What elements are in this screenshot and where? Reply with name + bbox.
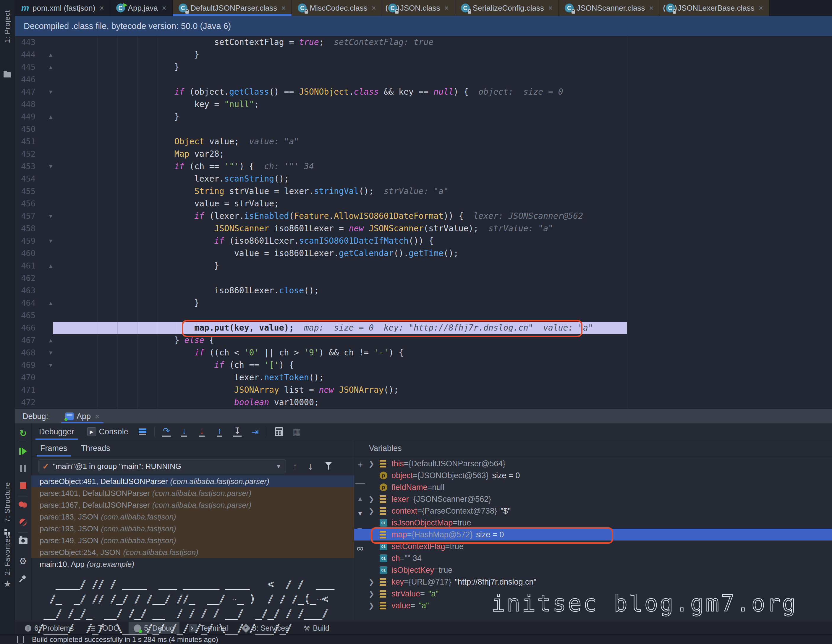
toolbar-item-5-debug[interactable]: 5: Debug <box>129 622 179 634</box>
chevron-right-icon[interactable]: ❯ <box>368 460 374 468</box>
step-over-icon[interactable]: ↷ <box>161 427 172 437</box>
frame-up-icon[interactable]: ↑ <box>293 461 298 472</box>
fold-end-icon[interactable]: ▴ <box>49 334 52 346</box>
tab-console[interactable]: ▶ Console <box>82 423 134 440</box>
fold-start-icon[interactable]: ▾ <box>49 235 52 247</box>
variable-row-map[interactable]: map = {HashMap@572}size = 0 <box>354 529 832 540</box>
stack-frame-row[interactable]: parse:193, JSON(com.alibaba.fastjson) <box>31 523 354 535</box>
toolbar-item-6-problems[interactable]: !6: Problems <box>19 622 79 634</box>
close-icon[interactable]: × <box>281 3 286 13</box>
project-tool-label: 1: Project <box>3 10 11 43</box>
chevron-right-icon[interactable]: ❯ <box>368 601 374 610</box>
fold-end-icon[interactable]: ▴ <box>49 48 52 61</box>
evaluate-expression-icon[interactable] <box>274 427 285 436</box>
close-icon[interactable]: × <box>548 3 553 13</box>
toolbar-item-todo[interactable]: TODO <box>83 622 125 634</box>
variable-row-key[interactable]: ❯key = {URL@717}"http://8fhj7r.dnslog.cn… <box>354 576 832 588</box>
run-to-cursor-icon[interactable]: ⇥ <box>250 427 261 437</box>
fold-start-icon[interactable]: ▾ <box>49 86 52 98</box>
code-editor[interactable]: 443 setContextFlag = true; setContextFla… <box>15 36 832 409</box>
chevron-right-icon[interactable]: ❯ <box>368 578 374 586</box>
pause-icon[interactable] <box>15 464 31 472</box>
variable-row-object[interactable]: pobject = {JSONObject@563}size = 0 <box>354 469 832 481</box>
stack-frame-row[interactable]: parseObject:491, DefaultJSONParser(com.a… <box>31 476 354 487</box>
rerun-icon[interactable]: ↻ <box>15 428 31 439</box>
thread-dropdown[interactable]: ✓ "main"@1 in group "main": RUNNING ▼ <box>38 459 286 473</box>
stack-frame-row[interactable]: parseObject:254, JSON(com.alibaba.fastjs… <box>31 546 354 558</box>
tab-threads[interactable]: Threads <box>76 440 115 457</box>
variable-row-this[interactable]: ❯this = {DefaultJSONParser@564} <box>354 458 832 469</box>
fold-end-icon[interactable]: ▴ <box>49 111 52 123</box>
favorites-tool-button[interactable]: 2: Favorites <box>0 535 15 575</box>
layout-settings-icon[interactable]: ▦ <box>291 427 302 437</box>
debug-settings-gear-icon[interactable]: ⚙ <box>15 556 31 566</box>
fold-start-icon[interactable]: ▾ <box>49 160 52 173</box>
line-number: 471 <box>19 384 35 396</box>
variable-row-strValue[interactable]: ❯strValue = "a" <box>354 588 832 600</box>
stack-frame-row[interactable]: parse:149, JSON(com.alibaba.fastjson) <box>31 535 354 546</box>
pin-icon[interactable] <box>15 575 31 583</box>
step-into-icon[interactable]: ↓ <box>179 427 189 437</box>
tab-frames[interactable]: Frames <box>35 440 72 457</box>
variable-row-lexer[interactable]: ❯lexer = {JSONScanner@562} <box>354 493 832 505</box>
stack-frame-row[interactable]: main:10, App(org.example) <box>31 558 354 570</box>
editor-tab-jsonscanner-class[interactable]: CJSONScanner.class× <box>559 0 660 16</box>
step-out-icon[interactable]: ↑ <box>214 427 225 437</box>
view-options-icon[interactable] <box>137 428 148 435</box>
stack-frame-row[interactable]: parse:1367, DefaultJSONParser(com.alibab… <box>31 499 354 511</box>
frame-down-icon[interactable]: ↓ <box>308 461 313 472</box>
thread-dump-camera-icon[interactable] <box>15 537 31 544</box>
editor-tab-app-java[interactable]: C▶App.java× <box>110 0 173 16</box>
force-step-into-icon[interactable]: ↓ <box>197 427 207 437</box>
mute-breakpoints-icon[interactable] <box>15 517 31 526</box>
variable-row-fieldName[interactable]: pfieldName = null <box>354 481 832 493</box>
close-icon[interactable]: × <box>649 3 653 13</box>
close-icon[interactable]: × <box>372 3 376 13</box>
fold-start-icon[interactable]: ▾ <box>49 210 52 223</box>
close-icon[interactable]: × <box>95 412 99 421</box>
toolbar-item-build[interactable]: ⚒Build <box>298 622 335 634</box>
code-text: boolean var10000; <box>94 396 319 409</box>
fold-end-icon[interactable]: ▴ <box>49 297 52 309</box>
fold-start-icon[interactable]: ▾ <box>49 346 52 359</box>
structure-tool-button[interactable]: 7: Structure <box>0 482 15 522</box>
toolwindow-toggle-icon[interactable] <box>17 636 24 643</box>
fold-start-icon[interactable]: ▾ <box>49 359 52 372</box>
code-text: value = iso8601Lexer.getCalendar().getTi… <box>94 247 459 260</box>
editor-tab-json-class[interactable]: CJSON.class× <box>382 0 455 16</box>
variable-row-context[interactable]: ❯context = {ParseContext@738}"$" <box>354 505 832 517</box>
close-icon[interactable]: × <box>445 3 449 13</box>
stack-frame-row[interactable]: parse:1401, DefaultJSONParser(com.alibab… <box>31 487 354 499</box>
close-icon[interactable]: × <box>162 3 166 13</box>
variable-row-value[interactable]: ❯value = "a" <box>354 600 832 612</box>
chevron-right-icon[interactable]: ❯ <box>368 590 374 598</box>
editor-tab-serializeconfig-class[interactable]: CSerializeConfig.class× <box>455 0 559 16</box>
drop-frame-icon[interactable]: ↧ <box>232 427 243 437</box>
decompile-notification-text: Decompiled .class file, bytecode version… <box>24 21 231 31</box>
editor-tab-pom-xml-fastjson-[interactable]: mpom.xml (fastjson)× <box>15 0 110 16</box>
tab-debugger[interactable]: Debugger <box>34 423 80 440</box>
close-icon[interactable]: × <box>759 3 763 13</box>
stack-frame-row[interactable]: parse:183, JSON(com.alibaba.fastjson) <box>31 511 354 523</box>
fold-end-icon[interactable]: ▴ <box>49 61 52 73</box>
resume-icon[interactable] <box>15 447 31 455</box>
editor-tab-jsonlexerbase-class[interactable]: CJSONLexerBase.class× <box>660 0 769 16</box>
variable-row-ch[interactable]: 01ch = '"' 34 <box>354 552 832 564</box>
project-tool-button[interactable]: 1: Project <box>0 10 15 43</box>
close-icon[interactable]: × <box>99 3 104 13</box>
editor-tab-misccodec-class[interactable]: CMiscCodec.class× <box>292 0 382 16</box>
toolbar-item-terminal[interactable]: ❯_Terminal <box>184 622 233 634</box>
view-breakpoints-icon[interactable] <box>15 500 31 508</box>
fold-end-icon[interactable]: ▴ <box>49 260 52 272</box>
variable-row-isObjectKey[interactable]: 01isObjectKey = true <box>354 564 832 576</box>
debug-session-tab-app[interactable]: App × <box>61 409 104 424</box>
editor-tab-defaultjsonparser-class[interactable]: CDefaultJSONParser.class× <box>173 0 292 16</box>
variable-row-isJsonObjectMap[interactable]: 01isJsonObjectMap = true <box>354 517 832 529</box>
chevron-right-icon[interactable]: ❯ <box>368 495 374 503</box>
chevron-right-icon[interactable]: ❯ <box>368 507 374 515</box>
toolbar-item-8-services[interactable]: 8: Services <box>237 622 294 634</box>
filter-funnel-icon[interactable] <box>325 462 332 466</box>
line-number: 469 <box>19 359 35 372</box>
stop-icon[interactable] <box>15 481 31 489</box>
code-text: if (ch == '"') { ch: '"' 34 <box>94 160 314 173</box>
